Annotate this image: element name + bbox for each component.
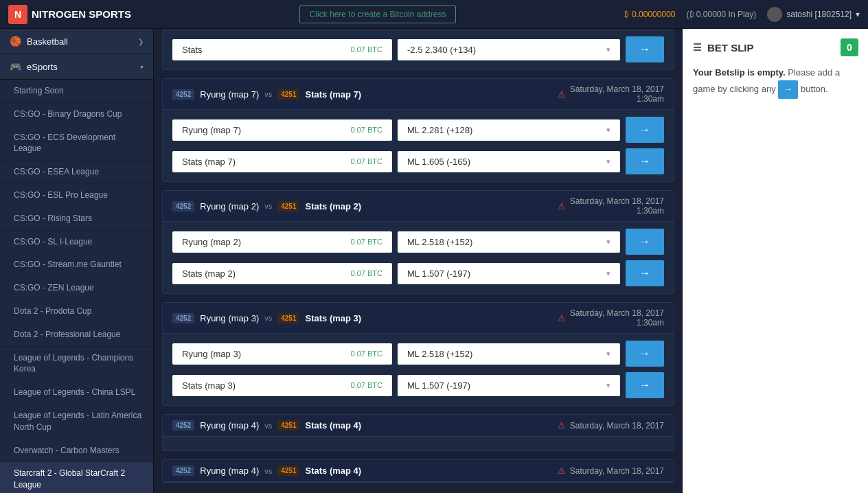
bet-slip-empty-bold: Your Betslip is empty. (693, 67, 786, 78)
bet-button-4252_4251_map3-1[interactable]: → (626, 372, 664, 398)
bet-slip-header: ☰ BET SLIP 0 (693, 38, 858, 56)
stats-team-name: Stats (182, 45, 203, 55)
top-header: N NITROGEN SPORTS Click here to create a… (0, 0, 868, 29)
vs-map4: vs (264, 467, 272, 475)
bet-amount-4252_4251_map7-0: 0.07 BTC (351, 126, 382, 134)
match-header-4252_4251_map7: 4252Ryung (map 7) vs 4251Stats (map 7)⚠S… (163, 79, 674, 110)
btc-inplay-icon: ₿ (689, 10, 694, 19)
bet-button-4252_4251_map2-0[interactable]: → (626, 229, 664, 255)
sidebar-basketball[interactable]: 🏀 Basketball ❯ (0, 29, 153, 54)
team2-map4: Stats (map 4) (305, 466, 361, 476)
user-info[interactable]: satoshi [1802512] ▾ (767, 7, 860, 22)
bet-odds-4252_4251_map3-1[interactable]: ML 1.507 (-197)▾ (398, 375, 620, 396)
team1-title-4252_4251_map4: Ryung (map 4) (200, 420, 259, 431)
odds-value-4252_4251_map7-0: ML 2.281 (+128) (407, 125, 472, 135)
bet-slip-arrow-icon: → (778, 80, 798, 99)
badge2-4252_4251_map3: 4251 (277, 313, 299, 323)
date-text-4252_4251_map7: Saturday, March 18, 20171:30am (570, 84, 664, 104)
match-date-4252_4251_map7: ⚠Saturday, March 18, 20171:30am (558, 84, 664, 104)
bet-team-4252_4251_map3-1: Stats (map 3)0.07 BTC (172, 375, 392, 396)
bet-odds-4252_4251_map7-0[interactable]: ML 2.281 (+128)▾ (398, 119, 620, 141)
header-right: ₿ 0.00000000 (₿ 0.00000 In Play) satoshi… (624, 7, 860, 22)
match-header-4252_4251_map3: 4252Ryung (map 3) vs 4251Stats (map 3)⚠S… (163, 303, 674, 334)
bet-row-4252_4251_map2-1: Stats (map 2)0.07 BTCML 1.507 (-197)▾→ (172, 260, 664, 286)
stats-odds-partial[interactable]: -2.5 2.340 (+134) ▾ (398, 39, 620, 60)
sidebar-item-13[interactable]: League of Legends - Latin America North … (0, 404, 153, 439)
match-card-4252_4251_map4: 4252Ryung (map 4) vs 4251Stats (map 4)⚠S… (162, 414, 674, 451)
btc-icon: ₿ (624, 10, 629, 19)
esports-chevron: ▾ (140, 63, 144, 71)
bet-row-4252_4251_map7-1: Stats (map 7)0.07 BTCML 1.605 (-165)▾→ (172, 148, 664, 174)
sidebar-esports[interactable]: 🎮 eSports ▾ (0, 54, 153, 80)
vs-4252_4251_map7: vs (264, 90, 272, 98)
badge2-map4: 4251 (277, 466, 299, 476)
warn-icon-4252_4251_map3: ⚠ (558, 313, 566, 323)
team1-map4: Ryung (map 4) (200, 466, 259, 476)
team2-title-4252_4251_map4: Stats (map 4) (305, 420, 361, 431)
stats-bet-button-partial[interactable]: → (626, 36, 664, 62)
sidebar-item-8[interactable]: CS:GO - ZEN League (0, 277, 153, 300)
sidebar-item-9[interactable]: Dota 2 - Prodota Cup (0, 300, 153, 323)
bet-rows-4252_4251_map2: Ryung (map 2)0.07 BTCML 2.518 (+152)▾→St… (163, 222, 674, 293)
odds-value-4252_4251_map3-0: ML 2.518 (+152) (407, 349, 472, 359)
sidebar-item-2[interactable]: CS:GO - ECS Development League (0, 126, 153, 161)
first-card-row: Stats 0.07 BTC -2.5 2.340 (+134) ▾ → (163, 30, 674, 69)
odds-value-4252_4251_map2-0: ML 2.518 (+152) (407, 237, 472, 247)
sidebar-item-6[interactable]: CS:GO - SL I-League (0, 231, 153, 254)
odds-dropdown-4252_4251_map2-1: ▾ (606, 269, 610, 278)
sidebar-item-1[interactable]: CS:GO - Binary Dragons Cup (0, 103, 153, 126)
content-area: Stats 0.07 BTC -2.5 2.340 (+134) ▾ → 425… (154, 29, 683, 493)
bet-team-stats-partial: Stats 0.07 BTC (172, 39, 392, 60)
sidebar-item-7[interactable]: CS:GO - Stream.me Gauntlet (0, 253, 153, 277)
sidebar-item-15[interactable]: Starcraft 2 - Global StarCraft 2 League (0, 462, 153, 493)
btc-balance: ₿ 0.00000000 (624, 10, 675, 19)
bet-amount-4252_4251_map7-1: 0.07 BTC (351, 157, 382, 165)
main-layout: 🏀 Basketball ❯ 🎮 eSports ▾ Starting Soon… (0, 29, 868, 493)
badge1-4252_4251_map7: 4252 (172, 89, 194, 100)
team2-title-4252_4251_map2: Stats (map 2) (305, 201, 361, 211)
odds-value-4252_4251_map2-1: ML 1.507 (-197) (407, 268, 470, 279)
bet-slip-empty: Your Betslip is empty. Please add a game… (693, 66, 858, 99)
team1-title-4252_4251_map7: Ryung (map 7) (200, 89, 259, 100)
team2-title-4252_4251_map7: Stats (map 7) (305, 89, 361, 100)
badge1-map4: 4252 (172, 466, 194, 476)
sidebar-item-5[interactable]: CS:GO - Rising Stars (0, 207, 153, 231)
stats-odds-value: -2.5 2.340 (+134) (407, 45, 476, 55)
sidebar-item-3[interactable]: CS:GO - ESEA League (0, 161, 153, 184)
match-date-map4: ⚠ Saturday, March 18, 2017 (558, 466, 664, 476)
badge2-4252_4251_map2: 4251 (277, 201, 299, 211)
user-avatar (767, 7, 782, 22)
bet-odds-4252_4251_map7-1[interactable]: ML 1.605 (-165)▾ (398, 151, 620, 172)
badge2-4252_4251_map4: 4251 (277, 420, 299, 431)
bitcoin-address-button[interactable]: Click here to create a Bitcoin address (299, 5, 457, 23)
bet-odds-4252_4251_map3-0[interactable]: ML 2.518 (+152)▾ (398, 343, 620, 365)
match-title-map4: 4252 Ryung (map 4) vs 4251 Stats (map 4) (172, 466, 361, 476)
sidebar-item-0[interactable]: Starting Soon (0, 80, 153, 103)
bet-button-4252_4251_map7-1[interactable]: → (626, 148, 664, 174)
warn-icon-4252_4251_map2: ⚠ (558, 201, 566, 211)
bet-odds-4252_4251_map2-0[interactable]: ML 2.518 (+152)▾ (398, 231, 620, 253)
match-card-map4: 4252 Ryung (map 4) vs 4251 Stats (map 4)… (162, 459, 674, 483)
match-card-partial: Stats 0.07 BTC -2.5 2.340 (+134) ▾ → (162, 29, 674, 70)
match-date-4252_4251_map4: ⚠Saturday, March 18, 2017 (558, 420, 664, 431)
sidebar-item-12[interactable]: League of Legends - China LSPL (0, 381, 153, 404)
sidebar: 🏀 Basketball ❯ 🎮 eSports ▾ Starting Soon… (0, 29, 154, 493)
esports-icon: 🎮 (10, 61, 21, 72)
team-name-4252_4251_map7-1: Stats (map 7) (182, 157, 236, 167)
bet-odds-4252_4251_map2-1[interactable]: ML 1.507 (-197)▾ (398, 263, 620, 284)
badge2-4252_4251_map7: 4251 (277, 89, 299, 100)
badge1-4252_4251_map2: 4252 (172, 201, 194, 211)
sidebar-item-11[interactable]: League of Legends - Champions Korea (0, 347, 153, 382)
bet-button-4252_4251_map3-0[interactable]: → (626, 341, 664, 367)
match-header-map4: 4252 Ryung (map 4) vs 4251 Stats (map 4)… (163, 460, 674, 482)
date-text-4252_4251_map2: Saturday, March 18, 20171:30am (570, 196, 664, 216)
match-card-4252_4251_map7: 4252Ryung (map 7) vs 4251Stats (map 7)⚠S… (162, 78, 674, 182)
sidebar-item-10[interactable]: Dota 2 - Professional League (0, 323, 153, 347)
sidebar-item-14[interactable]: Overwatch - Carbon Masters (0, 439, 153, 463)
bet-slip-title: ☰ BET SLIP (693, 42, 754, 54)
bet-button-4252_4251_map7-0[interactable]: → (626, 117, 664, 143)
odds-dropdown-4252_4251_map2-0: ▾ (606, 238, 610, 246)
bet-button-4252_4251_map2-1[interactable]: → (626, 260, 664, 286)
sidebar-item-4[interactable]: CS:GO - ESL Pro League (0, 184, 153, 207)
odds-value-4252_4251_map3-1: ML 1.507 (-197) (407, 380, 470, 391)
